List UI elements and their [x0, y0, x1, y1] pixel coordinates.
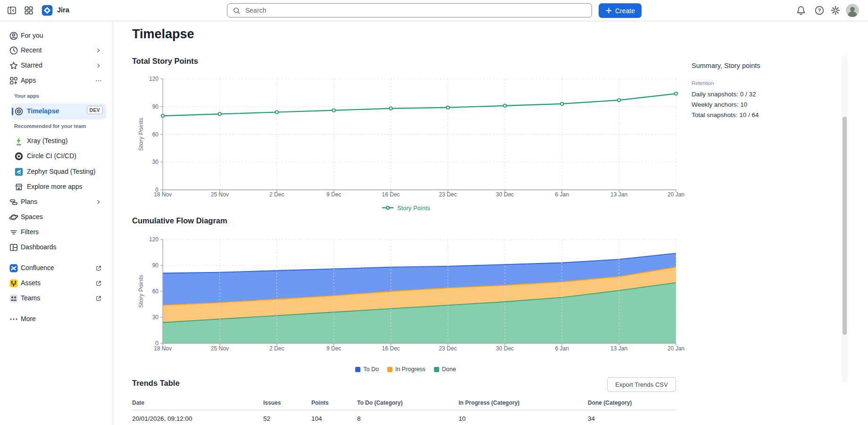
sidebar-item-label: Filters	[21, 228, 39, 236]
sidebar-section-label: Recommended for your team	[14, 123, 86, 129]
sidebar-item-more[interactable]: More	[0, 312, 113, 326]
svg-text:2 Dec: 2 Dec	[269, 345, 284, 352]
sidebar-item-for-you[interactable]: For you	[0, 29, 113, 43]
line-marker-swatch	[381, 205, 394, 211]
chevron-right-icon[interactable]	[95, 198, 102, 206]
settings-gear-icon[interactable]	[830, 5, 841, 16]
more-options-icon[interactable]	[95, 77, 102, 85]
trends-table: DateIssuesPointsTo Do (Category)In Progr…	[132, 400, 676, 424]
sidebar-item-label: Dashboards	[21, 243, 57, 251]
svg-text:30: 30	[152, 314, 159, 321]
sidebar-item-label: Recent	[21, 46, 42, 54]
external-link-icon	[95, 264, 102, 272]
svg-text:30: 30	[152, 159, 159, 165]
svg-text:6 Jan: 6 Jan	[555, 345, 569, 352]
svg-text:30 Dec: 30 Dec	[496, 191, 514, 198]
chevron-right-icon[interactable]	[95, 47, 102, 54]
retention-label: Retention	[692, 80, 714, 86]
column-header: Date	[132, 400, 263, 410]
svg-text:25 Nov: 25 Nov	[211, 345, 229, 352]
teams-icon	[9, 294, 18, 303]
sidebar-item-starred[interactable]: Starred	[0, 59, 113, 73]
assets-icon	[9, 279, 18, 288]
planet-icon	[9, 212, 18, 222]
summary-panel-title: Summary, Story points	[692, 62, 760, 69]
sidebar-item-label: Teams	[21, 294, 40, 302]
create-button[interactable]: Create	[599, 3, 642, 18]
svg-text:25 Nov: 25 Nov	[211, 191, 229, 198]
legend-item-in-progress[interactable]: In Progress	[387, 366, 426, 373]
retention-stat-line: Total snapshots: 10 / 64	[692, 111, 759, 119]
svg-text:Story Points: Story Points	[137, 118, 144, 151]
zephyr-icon	[14, 167, 24, 177]
app-name: Jira	[57, 6, 69, 14]
sidebar-toggle-icon[interactable]	[7, 5, 17, 16]
chevron-right-icon[interactable]	[95, 62, 102, 69]
sidebar-item-label: Xray (Testing)	[27, 137, 67, 144]
sidebar-item-label: Spaces	[21, 213, 43, 221]
export-trends-csv-button[interactable]: Export Trends CSV	[607, 377, 676, 392]
svg-text:90: 90	[152, 262, 159, 269]
sidebar-item-label: Apps	[21, 76, 36, 84]
chart2-title: Cumulative Flow Diagram	[132, 216, 227, 225]
sidebar-item-dashboards[interactable]: Dashboards	[0, 240, 113, 255]
svg-text:20 Jan: 20 Jan	[668, 191, 684, 198]
chart1-title: Total Story Points	[132, 57, 198, 66]
color-swatch	[387, 367, 392, 372]
sidebar-item-label: Circle CI (CI/CD)	[27, 152, 76, 160]
sidebar-item-confluence[interactable]: Confluence	[0, 261, 113, 275]
sidebar-item-explore-more-apps[interactable]: Explore more apps	[0, 180, 113, 194]
help-icon[interactable]: ?	[814, 5, 825, 16]
sidebar-item-label: Timelapse	[27, 107, 59, 115]
svg-text:2 Dec: 2 Dec	[269, 191, 284, 198]
svg-text:18 Nov: 18 Nov	[154, 191, 172, 198]
chart1-legend: Story Points	[132, 203, 679, 212]
sidebar-item-apps[interactable]: Apps	[0, 74, 113, 88]
svg-text:XRAY: XRAY	[17, 144, 22, 146]
svg-text:30 Dec: 30 Dec	[496, 345, 514, 352]
notifications-icon[interactable]	[796, 5, 806, 16]
sidebar-item-plans[interactable]: Plans	[0, 195, 113, 209]
sidebar-item-teams[interactable]: Teams	[0, 291, 113, 306]
user-avatar[interactable]	[846, 4, 859, 17]
svg-text:13 Jan: 13 Jan	[610, 345, 627, 352]
search-input[interactable]	[244, 6, 529, 15]
table-cell: 104	[311, 410, 357, 425]
svg-text:23 Dec: 23 Dec	[439, 191, 457, 198]
circleci-icon	[14, 152, 24, 161]
sidebar-item-label: Assets	[21, 279, 41, 287]
sidebar-item-spaces[interactable]: Spaces	[0, 210, 113, 224]
column-header: In Progress (Category)	[459, 400, 588, 410]
scrollbar-thumb[interactable]	[843, 117, 847, 335]
legend-item-story-points[interactable]: Story Points	[381, 204, 430, 212]
sidebar-item-label: For you	[21, 32, 43, 39]
jira-logo[interactable]	[42, 5, 53, 16]
dashboards-icon	[9, 243, 18, 252]
xray-icon: XRAY	[14, 136, 24, 146]
sidebar-item-zephyr-squad-testing[interactable]: Zephyr Squad (Testing)	[0, 165, 113, 179]
legend-item-to-do[interactable]: To Do	[355, 366, 379, 373]
legend-label: In Progress	[395, 366, 426, 373]
sidebar-item-label: More	[21, 315, 36, 323]
svg-text:120: 120	[149, 76, 159, 82]
column-header: Issues	[263, 400, 311, 410]
person-icon	[9, 31, 18, 41]
search-icon	[233, 7, 241, 15]
svg-text:9 Dec: 9 Dec	[326, 345, 341, 352]
column-header: To Do (Category)	[357, 400, 459, 410]
column-header: Done (Category)	[588, 400, 676, 410]
table-row: 20/01/2026, 09:12:005210481034	[132, 410, 676, 425]
sidebar-item-recent[interactable]: Recent	[0, 43, 113, 58]
timelapse-icon	[14, 107, 24, 116]
search-bar[interactable]	[227, 3, 592, 17]
svg-text:20 Jan: 20 Jan	[668, 345, 684, 352]
svg-text:90: 90	[152, 103, 159, 110]
sidebar-item-timelapse[interactable]: TimelapseDEV	[0, 104, 113, 119]
svg-text:13 Jan: 13 Jan	[610, 191, 627, 198]
sidebar-item-filters[interactable]: Filters	[0, 225, 113, 239]
app-switcher-icon[interactable]	[24, 5, 34, 16]
sidebar-item-assets[interactable]: Assets	[0, 276, 113, 290]
sidebar-item-circle-ci-ci-cd[interactable]: Circle CI (CI/CD)	[0, 149, 113, 163]
legend-item-done[interactable]: Done	[434, 366, 456, 373]
sidebar-item-xray-testing[interactable]: XRAYXray (Testing)	[0, 134, 113, 148]
